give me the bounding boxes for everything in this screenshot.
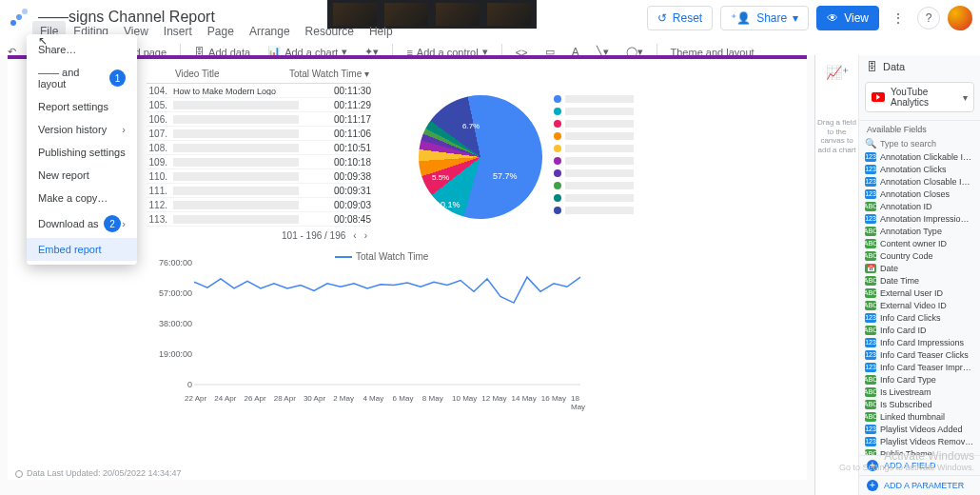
legend-item (554, 182, 634, 189)
file-menu-download-as[interactable]: Download as2 (27, 209, 137, 238)
line-chart[interactable]: Total Watch Time 76:00:0057:00:0038:00:0… (156, 251, 594, 404)
table-row[interactable]: 106.00:11:17 (147, 112, 371, 127)
youtube-icon (872, 92, 885, 102)
view-button[interactable]: 👁View (816, 6, 879, 30)
add-field-button[interactable]: +ADD A FIELD (859, 455, 980, 475)
lookerstudio-logo (8, 6, 30, 29)
pie-label-4: 6.7% (462, 122, 480, 130)
field-item[interactable]: ABCExternal User ID (859, 287, 980, 299)
file-menu-make-copy[interactable]: Make a copy… (27, 187, 137, 209)
data-panel-label: Data (883, 61, 905, 72)
add-chart-icon[interactable]: 📈⁺ (826, 61, 849, 84)
cursor-icon: ↖ (38, 34, 48, 48)
table-row[interactable]: 108.00:10:51 (147, 141, 371, 155)
pagination-text: 101 - 196 / 196 (282, 230, 345, 241)
field-item[interactable]: 123Annotation Clickable I… (859, 150, 980, 163)
table-row[interactable]: 113.00:08:45 (147, 212, 371, 227)
field-item[interactable]: ABCIs Subscribed (859, 398, 980, 410)
x-tick: 28 Apr (274, 394, 296, 403)
x-tick: 26 Apr (244, 394, 265, 403)
x-tick: 14 May (512, 394, 537, 403)
pie-label-2: 10.1% (436, 200, 461, 209)
more-options-button[interactable]: ⋮ (887, 10, 910, 26)
x-tick: 30 Apr (304, 394, 325, 403)
add-chart-hint: Drag a field to the canvas to add a char… (815, 118, 858, 154)
col-watch-time[interactable]: Total Watch Time ▾ (288, 69, 369, 79)
field-item[interactable]: ABCPublic Theme (859, 447, 980, 455)
field-item[interactable]: 123Annotation Impressio… (859, 212, 980, 225)
y-tick: 76:00:00 (156, 258, 192, 267)
file-menu-version-history[interactable]: Version history (27, 118, 137, 141)
field-item[interactable]: ABCExternal Video ID (859, 299, 980, 311)
field-item[interactable]: ABCLinked thumbnail (859, 410, 980, 423)
menu-arrange[interactable]: Arrange (242, 21, 298, 42)
table-row[interactable]: 104.How to Make Modern Logo Desi…00:11:3… (147, 84, 371, 98)
x-tick: 22 Apr (185, 394, 206, 403)
menu-insert[interactable]: Insert (156, 21, 200, 42)
legend-item (554, 194, 634, 202)
x-tick: 6 May (393, 394, 414, 403)
field-item[interactable]: 123Playlist Videos Added (859, 423, 980, 435)
file-menu-report-settings[interactable]: Report settings (27, 95, 137, 118)
field-item[interactable]: 123Annotation Clicks (859, 163, 980, 175)
table-row[interactable]: 110.00:09:38 (147, 169, 371, 184)
field-item[interactable]: 📅Date (859, 262, 980, 274)
add-parameter-button[interactable]: +ADD A PARAMETER (859, 475, 980, 495)
table-row[interactable]: 112.00:09:03 (147, 198, 371, 212)
page-prev-button[interactable]: ‹ (353, 230, 356, 241)
legend-item (554, 108, 634, 115)
field-item[interactable]: 123Info Card Teaser Clicks (859, 348, 980, 361)
field-search-input[interactable] (880, 139, 956, 148)
file-menu-publishing[interactable]: Publishing settings (27, 141, 137, 164)
file-menu-dropdown: Share…—— and layout1Report settingsVersi… (27, 34, 137, 265)
y-tick: 38:00:00 (156, 319, 192, 328)
table-row[interactable]: 109.00:10:18 (147, 155, 371, 169)
y-tick: 0 (156, 380, 192, 389)
menu-resource[interactable]: Resource (298, 21, 362, 42)
share-button[interactable]: ⁺👤Share▾ (720, 6, 809, 30)
field-item[interactable]: ABCIs Livestream (859, 386, 980, 398)
x-tick: 10 May (452, 394, 477, 403)
svg-point-0 (10, 20, 16, 26)
field-item[interactable]: ABCInfo Card ID (859, 324, 980, 336)
legend-item (554, 207, 634, 214)
field-item[interactable]: ABCInfo Card Type (859, 373, 980, 386)
reset-button[interactable]: ↺Reset (647, 6, 713, 30)
file-menu-theme-layout[interactable]: —— and layout1 (27, 61, 137, 95)
field-item[interactable]: ABCDate Time (859, 274, 980, 287)
pie-legend (554, 95, 634, 219)
file-menu-new-report[interactable]: New report (27, 164, 137, 187)
field-item[interactable]: 123Info Card Teaser Impr… (859, 361, 980, 373)
field-item[interactable]: ABCCountry Code (859, 249, 980, 262)
pie-chart[interactable] (407, 84, 554, 230)
help-button[interactable]: ? (917, 7, 940, 30)
field-item[interactable]: 123Playlist Videos Remov… (859, 435, 980, 447)
pie-label-main: 57.7% (493, 171, 518, 181)
menu-page[interactable]: Page (200, 21, 242, 42)
file-menu-embed-report[interactable]: Embed report (27, 238, 137, 261)
field-item[interactable]: ABCContent owner ID (859, 237, 980, 249)
footer: Data Last Updated: 20/05/2022 14:34:47 (15, 468, 182, 478)
account-avatar[interactable] (948, 6, 972, 30)
col-video-title[interactable]: Video Title (175, 69, 288, 79)
field-item[interactable]: 123Info Card Clicks (859, 311, 980, 324)
legend-item (554, 132, 634, 140)
table-row[interactable]: 105.00:11:29 (147, 98, 371, 112)
y-tick: 57:00:00 (156, 288, 192, 298)
field-item[interactable]: ABCAnnotation ID (859, 200, 980, 212)
pie-label-3: 5.5% (432, 173, 449, 182)
video-table[interactable]: Video Title Total Watch Time ▾ 104.How t… (147, 65, 371, 245)
x-tick: 18 May (571, 394, 594, 411)
table-row[interactable]: 111.00:09:31 (147, 184, 371, 198)
menu-help[interactable]: Help (362, 21, 401, 42)
table-row[interactable]: 107.00:11:06 (147, 127, 371, 141)
page-next-button[interactable]: › (364, 230, 367, 241)
x-tick: 8 May (422, 394, 443, 403)
field-item[interactable]: ABCAnnotation Type (859, 225, 980, 237)
field-item[interactable]: 123Annotation Closable I… (859, 175, 980, 188)
field-item[interactable]: 123Annotation Closes (859, 188, 980, 200)
legend-item (554, 157, 634, 165)
legend-item (554, 95, 634, 103)
field-item[interactable]: 123Info Card Impressions (859, 336, 980, 348)
data-source-select[interactable]: YouTube Analytics ▾ (865, 82, 974, 112)
